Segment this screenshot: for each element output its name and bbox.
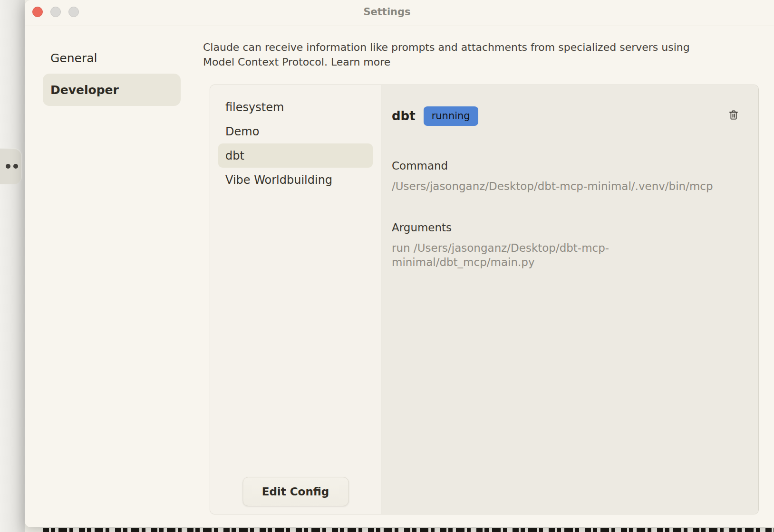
server-item-label: dbt [225,149,244,162]
sidebar-item-label: Developer [50,83,119,97]
server-item-demo[interactable]: Demo [218,119,373,143]
server-item-label: Vibe Worldbuilding [225,173,332,187]
mcp-description: Claude can receive information like prom… [203,40,721,69]
settings-window: Settings General Developer Claude can re… [25,0,774,527]
arguments-label: Arguments [392,221,739,234]
server-detail-pane: dbt running Command /Users/jasonganz/Des… [381,85,758,514]
window-title: Settings [25,6,749,18]
command-value: /Users/jasonganz/Desktop/dbt-mcp-minimal… [392,179,739,193]
server-list: filesystem Demo dbt Vibe Worldbuilding E… [210,85,381,514]
server-item-label: Demo [225,125,259,138]
server-item-vibe-worldbuilding[interactable]: Vibe Worldbuilding [218,168,373,192]
dot-icon [6,164,10,169]
titlebar[interactable]: Settings [25,0,774,26]
clipped-background-text [43,528,774,532]
learn-more-link[interactable]: Learn more [331,56,390,68]
delete-server-button[interactable] [726,108,741,123]
sidebar-item-general[interactable]: General [43,42,181,74]
sidebar-item-label: General [50,51,97,65]
server-item-label: filesystem [225,101,284,114]
server-name: dbt [392,109,416,123]
status-badge: running [424,106,478,126]
mcp-servers-panel: filesystem Demo dbt Vibe Worldbuilding E… [210,85,759,514]
dot-icon [13,164,18,169]
server-item-dbt[interactable]: dbt [218,143,373,168]
arguments-value: run /Users/jasonganz/Desktop/dbt-mcp-min… [392,241,658,269]
sidebar-item-developer[interactable]: Developer [43,74,181,106]
command-label: Command [392,159,739,172]
server-detail-header: dbt running [392,106,739,126]
edit-config-button[interactable]: Edit Config [242,477,348,506]
background-app-strip [0,0,25,532]
trash-icon [727,109,740,121]
description-text: Claude can receive information like prom… [203,41,690,68]
background-tab[interactable] [0,148,22,184]
server-item-filesystem[interactable]: filesystem [218,95,373,119]
